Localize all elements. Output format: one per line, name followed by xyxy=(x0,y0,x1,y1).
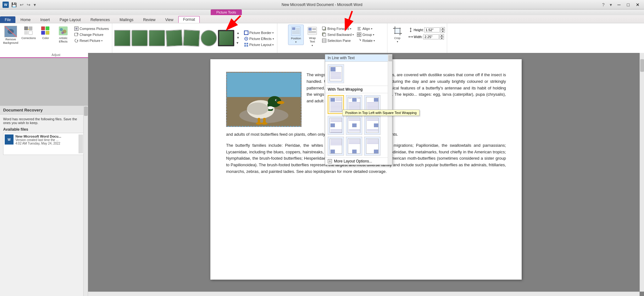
send-backward-arrow[interactable]: ▾ xyxy=(353,33,354,36)
tab-view[interactable]: View xyxy=(161,16,178,23)
position-dropdown-arrow[interactable]: ▾ xyxy=(295,41,297,43)
wrap-text-button[interactable]: Wrap Text ▾ xyxy=(304,25,320,48)
group-button[interactable]: Group ▾ xyxy=(356,32,376,37)
picture-layout-arrow[interactable]: ▾ xyxy=(272,43,274,46)
tab-format[interactable]: Format xyxy=(178,16,200,23)
wrap-pos-cell-midcenter[interactable] xyxy=(346,116,362,135)
reset-picture-button[interactable]: Reset Picture ▾ xyxy=(73,38,110,43)
pic-style-2[interactable] xyxy=(131,30,148,46)
rotate-button[interactable]: Rotate ▾ xyxy=(356,38,376,43)
compress-pictures-button[interactable]: Compress Pictures xyxy=(73,26,110,31)
change-picture-button[interactable]: Change Picture xyxy=(73,32,110,37)
height-label: Height: xyxy=(414,28,424,32)
tab-references[interactable]: References xyxy=(86,16,114,23)
width-icon xyxy=(408,34,413,39)
width-up-btn[interactable]: ▲ xyxy=(440,34,444,37)
crop-arrow[interactable]: ▾ xyxy=(397,40,398,43)
width-spinner[interactable]: ▲ ▼ xyxy=(440,34,444,40)
more-layout-label: More Layout Options... xyxy=(334,159,372,163)
customize-quick-btn[interactable]: ▾ xyxy=(32,2,37,8)
tab-file[interactable]: File xyxy=(0,16,15,23)
doc-vscrollbar[interactable] xyxy=(640,53,644,292)
redo-quick-btn[interactable]: ↪ xyxy=(25,2,32,8)
pic-style-6[interactable] xyxy=(201,30,217,46)
inline-pos-cell[interactable] xyxy=(328,64,344,83)
maximize-btn[interactable]: □ xyxy=(625,2,631,8)
document-recovery-sidebar: Document Recovery Word has recovered the… xyxy=(0,106,88,296)
selection-pane-button[interactable]: Selection Pane xyxy=(321,38,355,43)
sidebar-title: Document Recovery xyxy=(0,106,88,115)
minimize-btn[interactable]: ─ xyxy=(616,2,623,8)
svg-rect-28 xyxy=(247,45,248,47)
file-scrollbar[interactable] xyxy=(79,134,83,153)
picture-border-icon xyxy=(244,31,248,35)
reset-picture-dropdown-arrow[interactable]: ▾ xyxy=(101,39,103,42)
crop-button[interactable]: Crop ▾ xyxy=(389,25,406,44)
align-button[interactable]: Align ▾ xyxy=(356,26,376,31)
help-icon[interactable]: ? xyxy=(601,2,606,8)
width-down-btn[interactable]: ▼ xyxy=(440,37,444,40)
picture-layout-button[interactable]: Picture Layout ▾ xyxy=(243,42,275,48)
save-quick-btn[interactable]: 💾 xyxy=(10,2,18,8)
position-button[interactable]: Position ▾ xyxy=(288,25,304,45)
undo-quick-btn[interactable]: ↩ xyxy=(19,2,25,8)
picture-effects-arrow[interactable]: ▾ xyxy=(273,37,274,40)
ribbon-group-adjust: Remove Background ✦ Corrections xyxy=(0,23,112,57)
artistic-effects-button[interactable]: Artistic Effects xyxy=(55,25,72,45)
wrap-pos-cell-midleft[interactable] xyxy=(328,116,344,135)
tab-review[interactable]: Review xyxy=(138,16,160,23)
duck-image[interactable] xyxy=(226,72,302,127)
height-input[interactable] xyxy=(424,27,440,32)
corrections-button[interactable]: ✦ Corrections xyxy=(21,25,36,41)
height-spinner[interactable]: ▲ ▼ xyxy=(441,27,445,33)
send-backward-button[interactable]: Send Backward ▾ xyxy=(321,32,355,37)
height-down-btn[interactable]: ▼ xyxy=(441,30,445,33)
pic-style-4[interactable] xyxy=(166,30,183,47)
tab-mailings[interactable]: Mailings xyxy=(115,16,138,23)
tab-insert[interactable]: Insert xyxy=(36,16,54,23)
remove-bg-icon xyxy=(4,26,17,37)
pic-style-1[interactable] xyxy=(114,30,130,46)
remove-background-button[interactable]: Remove Background xyxy=(2,25,19,46)
more-layout-options-button[interactable]: More Layout Options... xyxy=(325,157,392,165)
picture-layout-icon xyxy=(244,43,248,47)
pic-style-5[interactable] xyxy=(183,30,200,47)
height-up-btn[interactable]: ▲ xyxy=(441,27,445,30)
svg-rect-22 xyxy=(244,31,248,35)
gallery-up-arrow[interactable]: ▲ xyxy=(236,31,240,35)
pic-style-3[interactable] xyxy=(149,30,165,46)
adjust-col-right: Compress Pictures Change Picture Reset P… xyxy=(73,25,110,43)
sidebar-scrollbar[interactable] xyxy=(83,106,88,296)
tab-page-layout[interactable]: Page Layout xyxy=(55,16,85,23)
close-btn[interactable]: ✕ xyxy=(634,2,641,8)
ribbon-toggle-btn[interactable]: ▾ xyxy=(608,2,613,8)
picture-border-arrow[interactable]: ▾ xyxy=(272,31,274,34)
svg-rect-27 xyxy=(244,45,246,47)
main-content: Document Recovery Word has recovered the… xyxy=(0,53,644,296)
wrap-text-arrow[interactable]: ▾ xyxy=(312,44,313,47)
width-input[interactable] xyxy=(423,34,439,39)
bring-forward-arrow[interactable]: ▾ xyxy=(350,27,351,30)
color-button[interactable]: Color xyxy=(38,25,53,41)
pic-style-7[interactable] xyxy=(218,30,234,46)
align-arrow[interactable]: ▾ xyxy=(371,27,372,30)
bring-forward-button[interactable]: Bring Forward ▾ xyxy=(321,26,355,31)
wrap-pos-cell-midright[interactable] xyxy=(364,116,380,135)
wrap-pos-cell-bottomcenter[interactable] xyxy=(346,137,362,156)
svg-rect-8 xyxy=(41,26,45,30)
picture-effects-button[interactable]: Picture Effects ▾ xyxy=(243,36,275,42)
doc-hscrollbar[interactable] xyxy=(88,292,640,296)
tab-home[interactable]: Home xyxy=(16,16,35,23)
recovered-file-item[interactable]: W New Microsoft Word Docu... Version cre… xyxy=(3,133,85,155)
picture-border-button[interactable]: Picture Border ▾ xyxy=(243,30,275,36)
group-arrow[interactable]: ▾ xyxy=(373,33,374,36)
wrap-pos-cell-bottomright[interactable] xyxy=(364,137,380,156)
svg-point-82 xyxy=(256,122,262,125)
wrap-pos-cell-topleft[interactable] xyxy=(328,95,344,114)
gallery-down-arrow[interactable]: ▼ xyxy=(236,36,240,40)
svg-point-83 xyxy=(261,122,268,125)
ribbon-tabs-row: File Home Insert Page Layout References … xyxy=(0,15,644,23)
gallery-more-arrow[interactable]: ▾ xyxy=(236,40,240,45)
wrap-pos-cell-bottomleft[interactable] xyxy=(328,137,344,156)
rotate-arrow[interactable]: ▾ xyxy=(374,39,375,42)
